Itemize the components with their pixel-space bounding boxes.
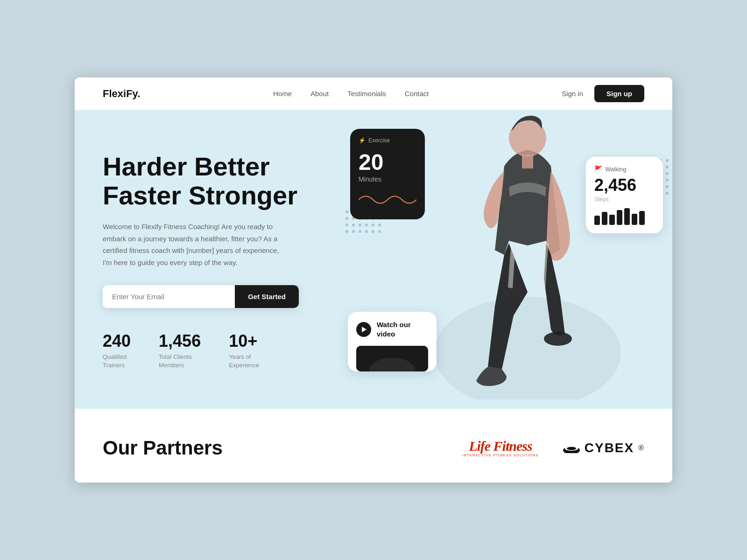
svg-point-22 <box>345 230 348 233</box>
svg-point-27 <box>378 230 381 233</box>
nav-item-testimonials[interactable]: Testimonials <box>347 90 386 98</box>
steps-label: Steps <box>594 196 655 203</box>
svg-point-1 <box>544 332 572 346</box>
bar-item <box>624 208 630 225</box>
cybex-trademark: ® <box>638 444 644 452</box>
partners-logos: Life Fitness interactive fitness solutio… <box>462 439 644 457</box>
exercise-label: Exercise <box>368 137 390 144</box>
hero-visual: // Will be generated below ⚡ Exercise 20… <box>322 110 672 409</box>
svg-point-26 <box>372 230 374 233</box>
exercise-card-header: ⚡ Exercise <box>359 137 416 144</box>
svg-point-19 <box>365 224 368 226</box>
cybex-logo: CYBEX ® <box>562 441 644 455</box>
bar-item <box>602 212 607 225</box>
hero-title: Harder Better Faster Stronger <box>103 152 299 210</box>
svg-point-44 <box>666 172 669 175</box>
life-fitness-name: Life Fitness <box>469 439 532 453</box>
bar-item <box>617 210 622 225</box>
nav-item-contact[interactable]: Contact <box>405 90 429 98</box>
svg-point-54 <box>666 185 669 188</box>
walking-card: 🚩 Walking 2,456 Steps <box>586 157 663 233</box>
browser-window: FlexiFy. Home About Testimonials Contact… <box>75 77 672 483</box>
life-fitness-logo: Life Fitness interactive fitness solutio… <box>462 439 539 457</box>
svg-point-10 <box>345 217 348 220</box>
flag-icon: 🚩 <box>594 165 602 173</box>
navbar: FlexiFy. Home About Testimonials Contact… <box>75 77 672 110</box>
hero-section: Harder Better Faster Stronger Welcome to… <box>75 110 672 409</box>
exercise-card: ⚡ Exercise 20 Minutes <box>350 129 425 219</box>
signin-button[interactable]: Sign in <box>562 90 583 98</box>
walking-header: 🚩 Walking <box>594 165 655 173</box>
walking-steps: 2,456 <box>594 175 655 195</box>
video-thumbnail <box>356 346 428 371</box>
svg-point-59 <box>666 192 669 195</box>
email-input[interactable] <box>103 285 235 308</box>
svg-point-0 <box>434 297 621 399</box>
svg-point-24 <box>359 230 361 233</box>
bar-item <box>594 216 600 225</box>
svg-rect-3 <box>522 154 533 168</box>
video-label: Watch our video <box>377 320 428 338</box>
hero-description: Welcome to Flexify Fitness Coaching! Are… <box>103 221 280 268</box>
svg-point-16 <box>345 224 348 226</box>
svg-point-34 <box>666 159 669 162</box>
signup-button[interactable]: Sign up <box>594 85 644 102</box>
stat-experience: 10+ Years of Experience <box>229 331 259 370</box>
cybex-text: CYBEX <box>585 441 634 455</box>
stat-experience-label: Years of Experience <box>229 353 259 370</box>
walking-label: Walking <box>605 166 627 173</box>
play-icon <box>362 327 366 332</box>
nav-item-about[interactable]: About <box>310 90 329 98</box>
svg-point-62 <box>567 447 576 450</box>
svg-point-39 <box>666 166 669 168</box>
hero-content: Harder Better Faster Stronger Welcome to… <box>103 138 299 370</box>
email-form: Get Started <box>103 285 299 308</box>
svg-point-17 <box>352 224 355 226</box>
svg-point-21 <box>378 224 381 226</box>
partners-title: Our Partners <box>103 437 223 459</box>
wave-svg <box>359 190 416 209</box>
cybex-icon-svg <box>562 443 581 453</box>
nav-actions: Sign in Sign up <box>562 85 644 102</box>
play-button[interactable] <box>356 322 371 337</box>
svg-point-20 <box>372 224 374 226</box>
exercise-minutes: 20 <box>359 151 416 174</box>
stat-clients-label: Total Clients Members <box>159 353 201 370</box>
video-card: Watch our video <box>348 312 437 371</box>
stat-trainers: 240 Qualified Trainers <box>103 331 131 370</box>
stat-trainers-label: Qualified Trainers <box>103 353 131 370</box>
svg-point-25 <box>365 230 368 233</box>
svg-point-23 <box>352 230 355 233</box>
nav-links: Home About Testimonials Contact <box>273 90 429 98</box>
life-fitness-sub: interactive fitness solutions <box>462 454 539 457</box>
brand-logo[interactable]: FlexiFy. <box>103 88 140 100</box>
stat-clients: 1,456 Total Clients Members <box>159 331 201 370</box>
stats-section: 240 Qualified Trainers 1,456 Total Clien… <box>103 331 299 370</box>
fitness-person-svg <box>420 110 635 399</box>
nav-item-home[interactable]: Home <box>273 90 292 98</box>
bar-item <box>609 215 615 225</box>
partners-section: Our Partners Life Fitness interactive fi… <box>75 409 672 483</box>
svg-point-49 <box>666 179 669 182</box>
svg-point-18 <box>359 224 361 226</box>
svg-point-4 <box>345 210 348 213</box>
bar-chart <box>594 208 655 225</box>
bar-item <box>639 211 645 225</box>
get-started-button[interactable]: Get Started <box>235 285 299 308</box>
bar-item <box>632 214 637 225</box>
lightning-icon: ⚡ <box>359 137 366 144</box>
exercise-unit: Minutes <box>359 175 416 183</box>
